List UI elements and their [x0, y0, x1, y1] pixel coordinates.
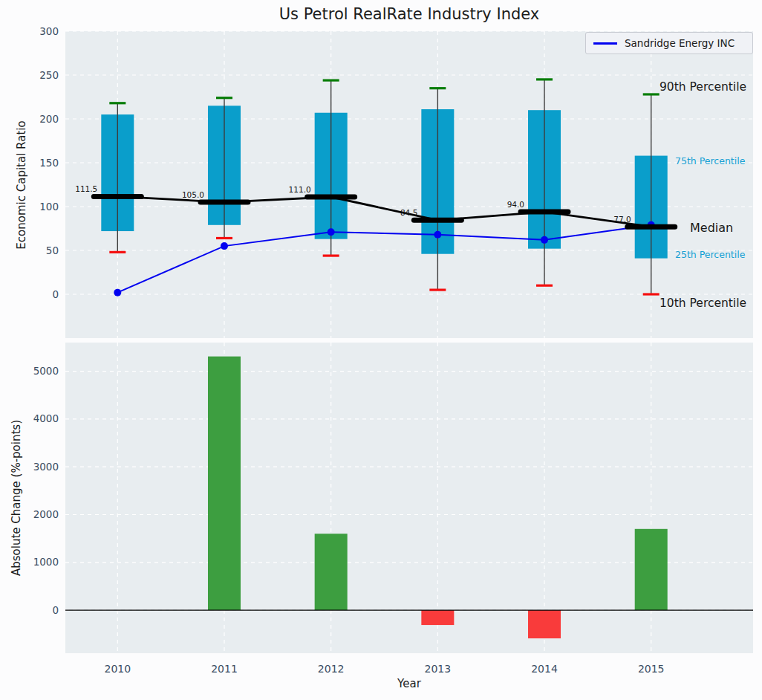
bottom-y-tick-label: 4000: [33, 412, 59, 424]
legend-line-sample: [593, 42, 617, 45]
bottom-y-tick-label: 2000: [33, 508, 59, 520]
company-marker: [328, 228, 335, 236]
company-line: [117, 225, 651, 293]
top-y-tick-label: 300: [39, 25, 59, 37]
bottom-y-tick-label: 0: [52, 604, 59, 616]
bottom-y-tick-label: 1000: [33, 556, 59, 568]
bar-negative: [421, 610, 454, 625]
annotation-90th-percentile: 90th Percentile: [660, 80, 746, 94]
median-value-label: 105.0: [182, 190, 204, 199]
bar-positive: [208, 357, 241, 610]
legend-label: Sandridge Energy INC: [625, 37, 735, 49]
x-tick-label: 2010: [104, 663, 131, 675]
annotation-75th-percentile: 75th Percentile: [675, 155, 745, 166]
x-tick-label: 2015: [638, 663, 665, 675]
company-marker: [434, 231, 441, 239]
top-y-tick-label: 150: [39, 157, 59, 169]
company-marker: [114, 289, 121, 296]
median-value-label: 111.5: [75, 184, 97, 193]
bottom-y-tick-label: 5000: [33, 365, 59, 377]
x-tick-label: 2014: [531, 663, 558, 675]
top-y-tick-label: 0: [52, 288, 59, 300]
x-axis-label: Year: [65, 677, 753, 690]
x-tick-label: 2011: [211, 663, 238, 675]
top-y-tick-label: 50: [46, 244, 59, 256]
median-value-label: 111.0: [289, 185, 311, 194]
chart-canvas: 0501001502002503000100020003000400050002…: [0, 0, 762, 700]
figure: Us Petrol RealRate Industry Index 050100…: [0, 0, 762, 700]
top-y-tick-label: 250: [39, 69, 59, 81]
annotation-10th-percentile: 10th Percentile: [660, 296, 746, 310]
median-connector-line: [117, 196, 651, 227]
x-tick-label: 2012: [318, 663, 345, 675]
company-marker: [541, 236, 548, 244]
median-value-label: 77.0: [613, 215, 631, 224]
legend: Sandridge Energy INC: [585, 32, 753, 54]
x-tick-label: 2013: [425, 663, 452, 675]
bar-negative: [528, 610, 561, 638]
top-y-tick-label: 100: [39, 201, 59, 213]
bottom-y-tick-label: 3000: [33, 461, 59, 473]
company-marker: [221, 242, 228, 250]
bar-positive: [315, 534, 348, 610]
top-y-tick-label: 200: [39, 113, 59, 125]
median-value-label: 94.0: [507, 200, 524, 209]
bottom-y-axis-label: Absolute Change (%-points): [10, 420, 23, 576]
median-value-label: 84.5: [400, 208, 417, 217]
bar-positive: [635, 529, 668, 610]
annotation-25th-percentile: 25th Percentile: [675, 249, 745, 260]
annotation-median: Median: [690, 221, 733, 235]
top-y-axis-label: Economic Capital Ratio: [15, 120, 28, 249]
